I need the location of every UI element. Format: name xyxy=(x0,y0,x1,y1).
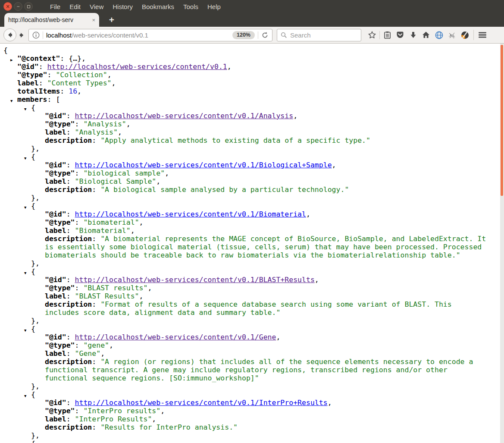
expander-closed-icon[interactable]: ▶ xyxy=(10,56,13,64)
extension-button-1[interactable] xyxy=(445,29,458,41)
home-icon xyxy=(422,31,430,39)
back-button[interactable] xyxy=(3,28,16,41)
json-link[interactable]: http://localhost/web-services/content/v0… xyxy=(75,210,306,218)
info-icon[interactable] xyxy=(32,31,40,39)
json-punctuation: , xyxy=(156,177,160,185)
json-line: description: "A region (or regions) that… xyxy=(45,358,490,382)
json-punctuation: , xyxy=(126,120,131,128)
browser-tab[interactable]: http://localhost/web-serv × xyxy=(4,13,99,27)
globe-extension-button[interactable] xyxy=(432,29,445,41)
home-button[interactable] xyxy=(419,29,432,41)
expander-open-icon[interactable]: ▼ xyxy=(24,154,26,163)
json-key: description xyxy=(45,358,92,366)
menu-item-view[interactable]: View xyxy=(90,3,103,10)
zoom-indicator[interactable]: 120% xyxy=(232,31,255,39)
expander-open-icon[interactable]: ▼ xyxy=(24,105,26,113)
json-key: label xyxy=(45,128,66,136)
json-punctuation: : xyxy=(92,185,100,194)
json-link[interactable]: http://localhost/web-services/content/v0… xyxy=(75,333,276,341)
json-line: }, xyxy=(31,317,490,325)
json-punctuation: { xyxy=(31,325,35,333)
json-punctuation: : xyxy=(92,136,100,145)
json-str: "Apply analytical methods to existing da… xyxy=(100,136,370,145)
json-key: label xyxy=(17,79,39,87)
menubar: FileEditViewHistoryBookmarksToolsHelp xyxy=(50,3,221,10)
tab-title-wrap: http://localhost/web-serv xyxy=(8,16,90,24)
tab-close-icon[interactable]: × xyxy=(92,17,95,23)
json-key: description xyxy=(45,300,92,308)
downloads-button[interactable] xyxy=(407,29,419,41)
scrollbar-track[interactable] xyxy=(500,44,504,443)
close-icon[interactable]: ✕ xyxy=(3,2,12,11)
json-link[interactable]: http://localhost/web-services/content/v0… xyxy=(75,276,315,284)
json-line: ▼members: [ xyxy=(17,95,490,104)
json-line: ▼{ xyxy=(31,440,490,443)
menu-item-help[interactable]: Help xyxy=(207,3,221,10)
json-link[interactable]: http://localhost/web-services/content/v0… xyxy=(75,112,294,120)
menu-item-bookmarks[interactable]: Bookmarks xyxy=(142,3,174,10)
json-link[interactable]: http://localhost/web-services/content/v0… xyxy=(75,399,328,407)
json-punctuation: { xyxy=(31,267,35,276)
bookmarks-menu-button[interactable] xyxy=(381,29,394,41)
pocket-button[interactable] xyxy=(394,29,407,41)
json-punctuation: , xyxy=(112,79,116,87)
json-str: "InterPro results" xyxy=(83,407,160,415)
json-line: label: "BLAST Results", xyxy=(45,292,490,300)
json-punctuation: }, xyxy=(31,431,40,440)
menu-item-history[interactable]: History xyxy=(113,3,133,10)
extension-button-2[interactable] xyxy=(458,29,471,41)
expander-open-icon[interactable]: ▼ xyxy=(24,327,26,335)
json-punctuation: : xyxy=(66,161,75,169)
bookmark-star-button[interactable] xyxy=(366,29,379,41)
json-str: "A region (or regions) that includes all… xyxy=(45,358,473,382)
json-line: ▼{ xyxy=(31,325,490,333)
json-line: { xyxy=(3,46,490,54)
menu-item-tools[interactable]: Tools xyxy=(183,3,198,10)
json-line: "@id": http://localhost/web-services/con… xyxy=(45,161,490,169)
new-tab-button[interactable]: + xyxy=(105,14,118,25)
json-link[interactable]: http://localhost/web-services/content/v0… xyxy=(75,161,332,169)
url-path: /web-services/content/v0.1 xyxy=(72,31,148,39)
json-punctuation: }, xyxy=(31,382,40,390)
json-key: description xyxy=(45,235,92,243)
expander-open-icon[interactable]: ▼ xyxy=(10,97,13,105)
json-key: "@id" xyxy=(45,210,66,218)
expander-open-icon[interactable]: ▼ xyxy=(24,392,26,400)
json-link[interactable]: http://localhost/web-services/content/v0… xyxy=(47,63,227,71)
url-input[interactable]: localhost/web-services/content/v0.1 120% xyxy=(28,29,272,41)
json-line: ▼{ xyxy=(31,390,490,399)
expander-open-icon[interactable]: ▼ xyxy=(24,441,26,443)
open-menu-button[interactable] xyxy=(476,29,489,41)
json-punctuation: : xyxy=(66,210,75,218)
menu-item-edit[interactable]: Edit xyxy=(69,3,81,10)
json-line: "@id": http://localhost/web-services/con… xyxy=(17,63,490,71)
json-punctuation: { xyxy=(31,104,35,112)
forward-button[interactable] xyxy=(16,29,27,41)
json-line: totalItems: 16, xyxy=(17,87,490,95)
maximize-icon[interactable] xyxy=(24,2,33,11)
expander-open-icon[interactable]: ▼ xyxy=(24,204,26,212)
json-punctuation: , xyxy=(131,226,135,235)
json-punctuation: { xyxy=(31,390,35,399)
json-punctuation: { xyxy=(31,153,35,161)
json-key: "@type" xyxy=(45,169,75,177)
json-line: }, xyxy=(31,382,490,390)
scrollbar-thumb[interactable] xyxy=(501,45,503,196)
json-line: }, xyxy=(31,259,490,267)
json-line: ▼{ xyxy=(31,153,490,161)
json-key: "@context" xyxy=(17,54,60,63)
json-punctuation: : xyxy=(60,54,69,63)
minimize-icon[interactable]: − xyxy=(14,2,22,11)
json-key: label xyxy=(45,415,66,423)
extension-icon-2 xyxy=(460,31,470,40)
search-icon xyxy=(281,32,287,38)
url-text: localhost/web-services/content/v0.1 xyxy=(46,31,232,39)
reload-icon[interactable] xyxy=(261,31,269,39)
json-str: "Analysis" xyxy=(83,120,126,128)
menu-item-file[interactable]: File xyxy=(50,3,60,10)
json-line: "@id": http://localhost/web-services/con… xyxy=(45,276,490,284)
search-input[interactable]: Search xyxy=(277,29,361,41)
json-punctuation: : xyxy=(66,415,75,423)
json-line: label: "Gene", xyxy=(45,349,490,358)
expander-open-icon[interactable]: ▼ xyxy=(24,269,26,277)
